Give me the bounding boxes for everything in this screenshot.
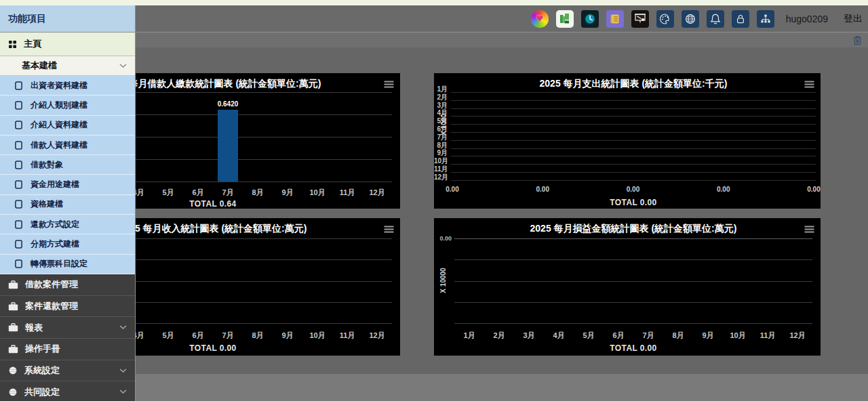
sidebar-item-case-repayment-management[interactable]: 案件還款管理 <box>0 296 135 318</box>
sidebar-item-loan-target[interactable]: 借款對象 <box>0 155 135 175</box>
gridline <box>451 156 816 156</box>
sitemap-icon[interactable] <box>757 10 774 28</box>
sidebar-item-introducer-category[interactable]: 介紹人類別建檔 <box>0 96 135 115</box>
sidebar-item-shared-settings[interactable]: 共同設定 <box>0 381 135 401</box>
gridline <box>451 172 816 173</box>
sidebar-item-label: 借款人資料建檔 <box>31 140 87 151</box>
sidebar-item-label: 借款對象 <box>31 159 63 171</box>
checkbox-outline-icon <box>15 259 22 268</box>
sphere-icon <box>8 387 18 397</box>
x-axis-label: 5月 <box>162 331 174 341</box>
trash-icon[interactable] <box>852 35 863 45</box>
sidebar-item-qualification[interactable]: 資格建檔 <box>0 195 135 215</box>
sidebar-item-label: 系統設定 <box>24 364 60 377</box>
x-axis-label: 11月 <box>340 188 355 198</box>
username: hugo0209 <box>786 14 828 24</box>
chart-plot: 1月2月3月4月5月6月7月8月9月10月11月12月0.000.000.000… <box>434 73 821 209</box>
gridline <box>454 323 812 324</box>
colorful-logo-icon[interactable]: ♥ <box>531 10 549 28</box>
gridline <box>451 180 816 181</box>
sidebar-item-investor-data[interactable]: 出資者資料建檔 <box>0 76 135 96</box>
sidebar-item-introducer-data[interactable]: 介紹人資料建檔 <box>0 116 135 135</box>
gridline <box>454 259 812 260</box>
sidebar-item-borrower-data[interactable]: 借款人資料建檔 <box>0 135 135 155</box>
sidebar-item-label: 案件還款管理 <box>25 300 78 312</box>
gridline <box>451 108 816 109</box>
x-axis-label: 2月 <box>493 331 505 341</box>
x-axis-label: 4月 <box>553 331 564 341</box>
checkbox-outline-icon <box>15 121 22 129</box>
x-axis-label: 12月 <box>789 331 805 341</box>
x-axis-label: 6月 <box>612 331 624 341</box>
x-axis-label: 9月 <box>702 331 713 341</box>
sidebar-item-label: 主頁 <box>24 38 41 50</box>
gridline <box>451 164 816 165</box>
sidebar-item-manual[interactable]: 操作手冊 <box>0 339 135 360</box>
axis-rot: X 10000 <box>439 268 447 293</box>
sidebar-item-label: 介紹人類別建檔 <box>31 100 87 111</box>
checkbox-outline-icon <box>15 81 22 90</box>
bar <box>218 110 238 182</box>
logout-button[interactable]: 登出 <box>844 13 863 25</box>
x-axis-label: 9月 <box>281 188 293 198</box>
chart-total: TOTAL 0.64 <box>189 199 236 209</box>
home-grid-icon <box>8 40 17 49</box>
sidebar-group-basic-setup[interactable]: 基本建檔 <box>0 56 135 76</box>
top-strip <box>0 0 868 5</box>
clock-app-icon[interactable] <box>581 10 599 28</box>
sidebar-item-label: 資格建檔 <box>31 198 63 210</box>
chart-total: TOTAL 0.00 <box>189 343 236 353</box>
x-axis-label: 10月 <box>730 331 745 341</box>
chart-plot: 1月2月3月4月5月6月7月8月9月10月11月12月0.00X 10000TO… <box>434 218 821 356</box>
gridline <box>451 132 816 133</box>
gridline <box>451 116 816 117</box>
x-axis-label: 9月 <box>281 331 293 341</box>
xtick: 0.00 <box>807 186 820 193</box>
x-axis-label: 11月 <box>340 331 355 341</box>
sidebar-item-label: 資金用途建檔 <box>31 179 79 190</box>
sidebar-item-fund-usage[interactable]: 資金用途建檔 <box>0 175 135 194</box>
sidebar-item-loan-case-management[interactable]: 借款案件管理 <box>0 274 135 296</box>
heart-icon: ♥ <box>536 14 544 23</box>
x-axis-label: 6月 <box>192 188 203 198</box>
checkbox-outline-icon <box>15 180 22 189</box>
chevron-down-icon <box>119 368 127 373</box>
sidebar: 功能項目 主頁 基本建檔 出資者資料建檔 介紹人類別建檔 介紹人資料建檔 借款人… <box>0 5 136 401</box>
ytick: 0.00 <box>439 235 452 242</box>
lock-icon[interactable] <box>732 10 749 28</box>
sidebar-item-label: 操作手冊 <box>25 343 60 355</box>
sidebar-item-home[interactable]: 主頁 <box>0 33 135 56</box>
sidebar-item-label: 共同設定 <box>24 386 60 398</box>
sidebar-item-label: 轉傳票科目設定 <box>31 258 87 270</box>
sphere-icon <box>8 366 18 375</box>
palette-icon[interactable] <box>656 10 674 28</box>
x-axis-label: 8月 <box>252 331 263 341</box>
checkbox-outline-icon <box>15 101 22 110</box>
x-axis-label: 12月 <box>369 331 384 341</box>
sidebar-item-voucher-subject-setting[interactable]: 轉傳票科目設定 <box>0 255 135 274</box>
briefcase-icon <box>8 345 18 354</box>
xtick: 0.00 <box>627 186 639 193</box>
sidebar-item-repayment-method[interactable]: 還款方式設定 <box>0 215 135 234</box>
x-axis-label: 6月 <box>192 331 203 341</box>
bell-icon[interactable] <box>707 10 724 28</box>
sidebar-item-label: 報表 <box>25 322 43 334</box>
gridline <box>454 302 812 303</box>
sidebar-item-label: 介紹人資料建檔 <box>31 119 87 131</box>
chart-total: TOTAL 0.00 <box>610 343 656 353</box>
globe-icon[interactable] <box>682 10 699 28</box>
sidebar-item-reports[interactable]: 報表 <box>0 317 135 339</box>
presentation-app-icon[interactable] <box>631 10 649 28</box>
chevron-down-icon <box>119 389 127 394</box>
x-axis-label: 7月 <box>222 331 233 341</box>
sidebar-item-system-settings[interactable]: 系統設定 <box>0 360 135 382</box>
briefcase-icon <box>8 302 18 311</box>
x-axis-label: 8月 <box>252 188 263 198</box>
green-app-icon[interactable] <box>556 10 574 28</box>
sidebar-item-label: 出資者資料建檔 <box>31 80 87 91</box>
sidebar-item-label: 借款案件管理 <box>25 278 78 291</box>
checkbox-outline-icon <box>15 200 22 209</box>
x-axis-label: 10月 <box>309 331 325 341</box>
sidebar-item-installment-method[interactable]: 分期方式建檔 <box>0 234 135 254</box>
scroll-app-icon[interactable] <box>606 10 624 28</box>
